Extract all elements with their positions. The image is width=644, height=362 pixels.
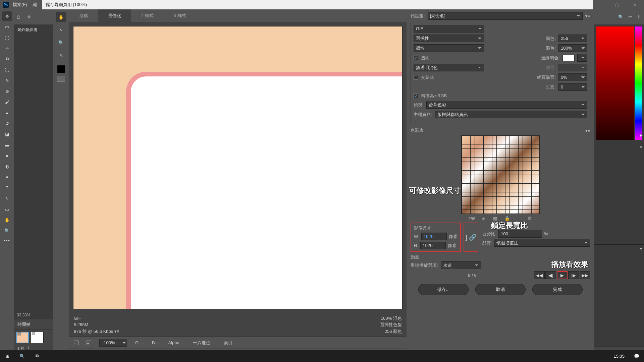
shape-tool-icon[interactable]: ▭ <box>2 204 12 214</box>
history-brush-icon[interactable]: ↺ <box>2 119 12 128</box>
collapsed-panel-2[interactable]: ≡ <box>594 244 644 347</box>
eyedropper-tool-icon[interactable]: ✎ <box>2 76 12 85</box>
first-frame-icon[interactable]: ◀◀ <box>534 271 545 279</box>
color-table-menu-icon[interactable]: ▾≡ <box>585 128 590 133</box>
dither-amount[interactable]: 100% <box>558 44 587 52</box>
preview-select[interactable]: 螢幕色彩 <box>426 101 587 109</box>
transparency-checkbox[interactable] <box>414 56 418 60</box>
lock-color-icon[interactable]: 🔒 <box>504 216 510 221</box>
dither-select[interactable]: 擴散 <box>414 44 484 52</box>
readout-b: B: -- <box>152 340 160 345</box>
hand-icon[interactable]: ✋ <box>56 12 66 22</box>
height-input[interactable] <box>420 242 446 249</box>
windows-start-icon[interactable]: ⊞ <box>0 350 15 362</box>
play-icon[interactable]: ▶ <box>557 271 568 279</box>
tab-original[interactable]: 原稿 <box>69 9 98 22</box>
bandwidth-menu-icon[interactable]: ▾≡ <box>114 329 119 334</box>
brush-tool-icon[interactable]: 🖌 <box>2 97 12 107</box>
trans-dither-select[interactable]: 無透明混色 <box>414 64 484 71</box>
gradient-tool-icon[interactable]: ▬ <box>2 140 12 149</box>
link-constrain-icon[interactable]: ] 🔗 <box>466 234 476 241</box>
eyedropper-icon[interactable]: ✎ <box>56 50 66 60</box>
notifications-icon[interactable]: 💬 <box>629 350 644 362</box>
trash-icon[interactable]: 🗑 <box>527 216 533 221</box>
eraser-tool-icon[interactable]: ◪ <box>2 129 12 139</box>
type-tool-icon[interactable]: T <box>2 183 12 192</box>
color-picker-panel[interactable] <box>594 24 644 142</box>
home-icon[interactable]: ⌂ <box>17 13 20 20</box>
done-button[interactable]: 完成 <box>532 284 583 295</box>
colors-label: 顏色: <box>546 36 556 42</box>
crop-tool-icon[interactable]: ⧉ <box>2 54 12 64</box>
zoom-icon[interactable]: 🔍 <box>56 38 66 48</box>
prev-frame-icon[interactable]: ◀| <box>545 271 556 279</box>
matte-select[interactable] <box>577 54 587 62</box>
move-tool-icon[interactable]: ✥ <box>2 11 12 21</box>
cancel-button[interactable]: 取消 <box>475 284 526 295</box>
loop-select[interactable]: 永遠 <box>441 261 481 269</box>
expand-icon[interactable]: + <box>87 341 91 345</box>
tool-more-icon[interactable]: ••• <box>2 238 12 243</box>
ct-icon-2[interactable]: ▦ <box>493 216 498 221</box>
new-color-icon[interactable]: ▫ <box>516 216 521 221</box>
interlaced-checkbox[interactable] <box>414 75 418 80</box>
lossy-select[interactable]: 0 <box>558 83 587 91</box>
metadata-select[interactable]: 版權與聯絡資訊 <box>435 111 587 118</box>
collapsed-panel-1[interactable]: ≡ <box>594 142 644 244</box>
maximize-icon[interactable]: ▢ <box>610 0 624 9</box>
timeline-frame-1[interactable]: 1 <box>16 332 29 343</box>
eyedropper-color-swatch[interactable] <box>57 65 65 73</box>
slice-select-icon[interactable]: ↖ <box>56 25 66 35</box>
format-select[interactable]: GIF <box>414 25 484 33</box>
matte-color-swatch[interactable] <box>562 55 575 61</box>
zoom-tool-icon[interactable]: 🔍 <box>2 226 12 235</box>
reduction-select[interactable]: 選擇性 <box>414 35 484 42</box>
lasso-tool-icon[interactable]: ◯ <box>2 33 12 42</box>
tab-4up[interactable]: 4 欄式 <box>164 9 196 22</box>
zoom-select[interactable]: 100% <box>99 339 127 347</box>
preview-canvas[interactable] <box>73 26 402 309</box>
preset-select[interactable]: [未命名] <box>428 12 583 20</box>
srgb-checkbox[interactable] <box>414 94 418 98</box>
workspace-icon[interactable]: ▭ <box>628 14 632 19</box>
slice-visibility-icon[interactable] <box>57 76 65 82</box>
stamp-tool-icon[interactable]: ▲ <box>2 108 12 117</box>
hand-tool-icon[interactable]: ✋ <box>2 215 12 225</box>
share-icon[interactable]: ⇪ <box>637 14 641 19</box>
blur-tool-icon[interactable]: ● <box>2 151 12 160</box>
ct-icon-1[interactable]: ◈ <box>482 216 487 221</box>
taskbar-clock[interactable]: 15:35 <box>609 354 629 359</box>
tab-2up[interactable]: 2 欄式 <box>131 9 164 22</box>
preset-menu-icon[interactable]: ▾≡ <box>585 13 590 18</box>
minimize-icon[interactable]: — <box>593 0 606 9</box>
save-button[interactable]: 儲存... <box>418 284 469 295</box>
menu-file[interactable]: 檔案(F) <box>13 2 27 8</box>
document-tab[interactable]: 氣炸鍋保養 <box>14 24 53 35</box>
tab-optimized[interactable]: 最佳化 <box>98 9 131 22</box>
preview-label: 預視: <box>414 102 424 108</box>
quality-select[interactable]: 環迴增值法 <box>494 239 590 247</box>
path-tool-icon[interactable]: ↖ <box>2 194 12 203</box>
pen-tool-icon[interactable]: ✒ <box>2 172 12 182</box>
percent-input[interactable] <box>498 230 542 238</box>
collapse-icon[interactable]: - <box>74 341 78 345</box>
timeline-frame-2[interactable]: 2 <box>31 332 44 343</box>
close-icon[interactable]: ✕ <box>628 0 641 9</box>
dodge-tool-icon[interactable]: ◐ <box>2 162 12 171</box>
wand-tool-icon[interactable]: ✧ <box>2 44 12 53</box>
search-icon[interactable]: 🔍 <box>618 14 624 19</box>
frame-tool-icon[interactable]: ⛶ <box>2 65 12 74</box>
next-frame-icon[interactable]: |▶ <box>568 271 579 279</box>
last-frame-icon[interactable]: ▶▶ <box>580 271 590 279</box>
websnap-select[interactable]: 0% <box>558 73 587 81</box>
width-input[interactable] <box>421 233 447 240</box>
dither-label: 混色: <box>546 45 556 51</box>
taskbar-search-icon[interactable]: 🔍 <box>15 350 30 362</box>
move-options-icon[interactable]: ✥ <box>27 14 31 19</box>
menu-edit-trunc[interactable]: 編 <box>33 2 37 8</box>
color-table-grid[interactable] <box>461 135 540 214</box>
task-view-icon[interactable]: ⧉ <box>30 350 44 362</box>
colors-select[interactable]: 256 <box>558 35 587 42</box>
marquee-tool-icon[interactable]: ▭ <box>2 22 12 32</box>
heal-tool-icon[interactable]: ⊛ <box>2 86 12 96</box>
